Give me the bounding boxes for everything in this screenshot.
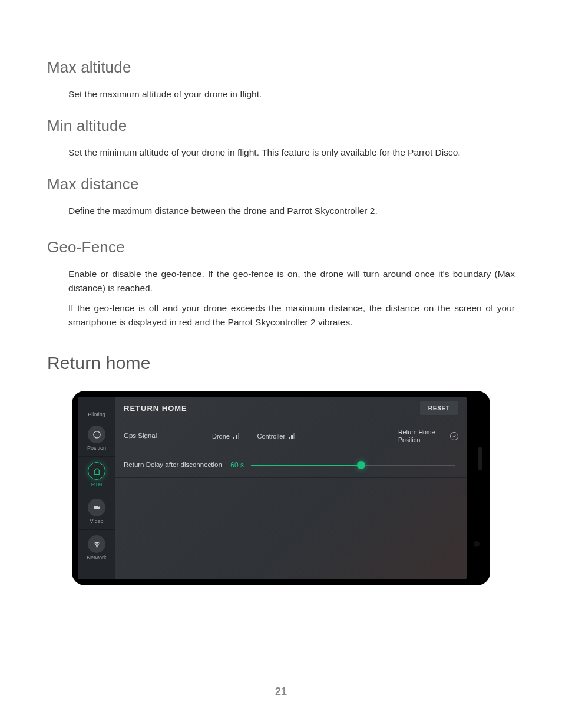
heading-max-distance: Max distance	[47, 175, 515, 193]
controller-signal-status: Controller	[257, 433, 295, 440]
body-max-altitude: Set the maximum altitude of your drone i…	[68, 87, 515, 101]
sidebar-label-network: Network	[87, 555, 106, 561]
return-delay-label: Return Delay after disconnection	[124, 460, 224, 469]
page-number: 21	[47, 686, 515, 698]
slider-fill	[251, 465, 361, 466]
drone-label: Drone	[212, 433, 230, 440]
reset-button[interactable]: RESET	[420, 401, 458, 415]
panel-title: RETURN HOME	[124, 404, 420, 413]
body-max-distance: Define the maximum distance between the …	[68, 204, 515, 218]
controller-label: Controller	[257, 433, 285, 440]
settings-sidebar: Piloting Position RTH	[78, 397, 115, 579]
home-icon	[88, 462, 105, 480]
svg-rect-1	[94, 506, 98, 509]
wifi-icon	[88, 535, 105, 553]
signal-bars-icon	[233, 433, 240, 439]
sidebar-label-video: Video	[90, 518, 104, 524]
check-circle-icon	[450, 432, 458, 440]
sidebar-item-video[interactable]: Video	[78, 493, 115, 530]
sidebar-item-network[interactable]: Network	[78, 530, 115, 566]
phone-camera	[474, 541, 480, 547]
slider-thumb[interactable]	[357, 461, 365, 469]
return-delay-value: 60 s	[224, 461, 244, 469]
heading-max-altitude: Max altitude	[47, 58, 515, 77]
sidebar-label-piloting: Piloting	[88, 411, 105, 417]
heading-geo-fence: Geo-Fence	[47, 238, 515, 256]
sidebar-item-piloting[interactable]: Piloting	[78, 397, 115, 420]
return-home-position-toggle[interactable]: Return Home Position	[398, 429, 458, 443]
return-delay-slider[interactable]	[251, 465, 455, 466]
body-geo-fence-1: Enable or disable the geo-fence. If the …	[68, 267, 515, 295]
content-header: RETURN HOME RESET	[115, 397, 467, 420]
gps-signal-row: Gps Signal Drone Controller Return Home …	[115, 420, 467, 452]
phone-screen: Piloting Position RTH	[78, 397, 467, 579]
sidebar-label-rth: RTH	[91, 482, 102, 487]
svg-point-2	[96, 546, 97, 546]
compass-icon	[88, 426, 105, 443]
return-delay-row: Return Delay after disconnection 60 s	[115, 452, 467, 478]
drone-signal-status: Drone	[212, 433, 239, 440]
phone-speaker	[478, 447, 482, 470]
sidebar-item-rth[interactable]: RTH	[78, 457, 115, 493]
gps-signal-label: Gps Signal	[124, 431, 212, 440]
sidebar-label-position: Position	[87, 445, 106, 451]
heading-min-altitude: Min altitude	[47, 117, 515, 135]
video-icon	[88, 499, 105, 516]
signal-bars-icon	[289, 433, 295, 439]
settings-content: RETURN HOME RESET Gps Signal Drone Contr…	[115, 397, 467, 579]
body-min-altitude: Set the minimum altitude of your drone i…	[68, 146, 515, 160]
sidebar-item-position[interactable]: Position	[78, 420, 115, 457]
body-geo-fence-2: If the geo-fence is off and your drone e…	[68, 301, 515, 330]
phone-frame: Piloting Position RTH	[72, 391, 490, 585]
heading-return-home: Return home	[47, 353, 515, 373]
rhp-label: Return Home Position	[398, 429, 445, 443]
